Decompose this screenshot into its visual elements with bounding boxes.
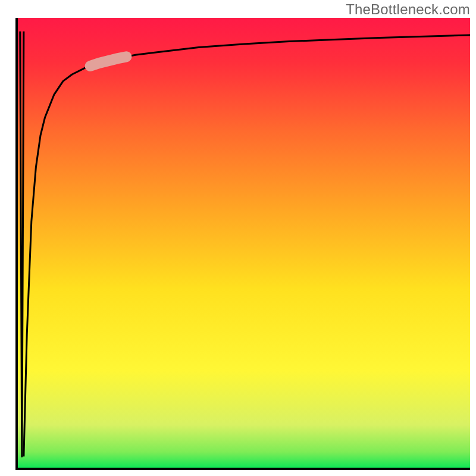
curve-layer — [18, 18, 470, 470]
watermark-text: TheBottleneck.com — [346, 1, 470, 18]
plot-area — [18, 18, 470, 470]
y-axis — [15, 18, 18, 470]
x-axis — [15, 468, 470, 470]
highlight-segment — [90, 57, 127, 66]
main-curve-line — [24, 35, 470, 456]
spike-line — [20, 32, 24, 456]
chart-container: TheBottleneck.com — [0, 0, 476, 476]
